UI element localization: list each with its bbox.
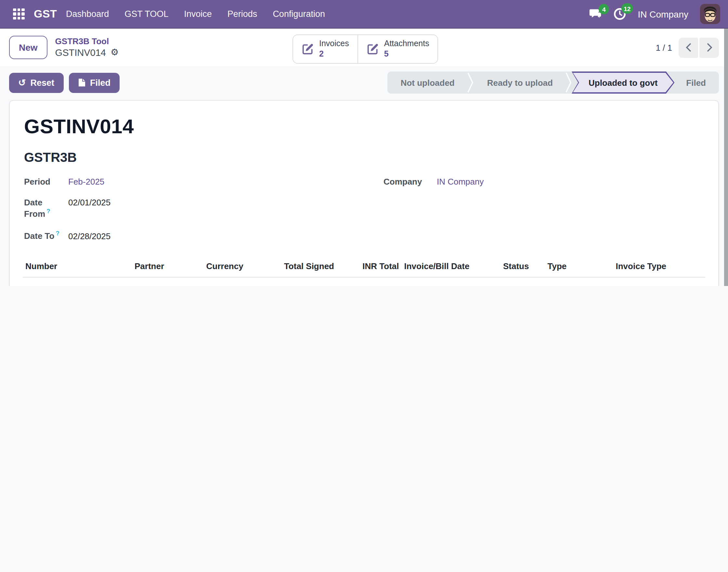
invoices-stat-count: 2 [319, 49, 349, 59]
scrollbar-thumb[interactable] [724, 28, 728, 286]
status-step-filed[interactable]: Filed [673, 72, 719, 93]
cell-inr-total: 0.00 [337, 277, 402, 286]
breadcrumb-current: GSTINV014 [55, 47, 106, 59]
menu-item-gst-tool[interactable]: GST TOOL [125, 9, 168, 19]
messages-badge: 4 [599, 4, 609, 14]
pager-count[interactable]: 1 / 1 [656, 43, 672, 52]
invoices-stat-label: Invoices [319, 39, 349, 49]
file-icon [78, 78, 85, 87]
attachments-stat-count: 5 [384, 49, 429, 59]
company-value[interactable]: IN Company [437, 177, 484, 187]
date-from-label: Date From? [24, 198, 68, 219]
field-group: Period Feb-2025 Date From? 02/01/2025 Da… [24, 177, 704, 252]
status-step-ready-to-upload[interactable]: Ready to upload [474, 72, 566, 93]
menu-item-configuration[interactable]: Configuration [273, 9, 325, 19]
edit-icon [302, 43, 314, 55]
col-invoice-bill-date[interactable]: Invoice/Bill Date [402, 256, 501, 277]
cell-status: Draft [501, 277, 545, 286]
breadcrumb: GSTR3B Tool GSTINV014 ⚙ [55, 37, 119, 59]
col-number[interactable]: Number [23, 256, 132, 277]
pager-next-button[interactable] [700, 38, 719, 58]
period-value[interactable]: Feb-2025 [68, 177, 104, 187]
activities-button[interactable]: 12 [613, 8, 626, 20]
top-navbar: GST Dashboard GST TOOL Invoice Periods C… [0, 0, 728, 28]
status-step-uploaded-to-govt[interactable]: Uploaded to govt [572, 72, 674, 93]
col-inr-total[interactable]: INR Total [337, 256, 402, 277]
record-title: GSTINV014 [24, 115, 704, 138]
company-switcher[interactable]: IN Company [638, 9, 688, 19]
pager-previous-button[interactable] [678, 38, 698, 58]
new-button[interactable]: New [9, 36, 48, 59]
cell-total-signed: ₹ 1,000.00 [259, 277, 337, 286]
cell-type: Journal Entry [545, 277, 613, 286]
form-sheet: GSTINV014 GSTR3B Period Feb-2025 Date Fr… [9, 100, 719, 286]
period-label: Period [24, 177, 68, 187]
date-to-label: Date To? [24, 230, 68, 241]
company-label: Company [383, 177, 437, 187]
reset-button[interactable]: ↺ Reset [9, 72, 63, 93]
messages-button[interactable]: 4 [589, 8, 602, 19]
record-subtitle: GSTR3B [24, 150, 704, 165]
statusbar: Not uploaded Ready to upload Uploaded to… [388, 72, 719, 93]
cell-invoice-type: Export [613, 277, 706, 286]
menu-item-invoice[interactable]: Invoice [184, 9, 212, 19]
invoice-lines-table: Number Partner Currency Total Signed INR… [23, 256, 705, 286]
activities-badge: 12 [621, 3, 633, 14]
table-row[interactable]: MISC/2025/03/0001 INR ₹ 1,000.00 0.00 Dr… [23, 277, 705, 286]
main-menu: Dashboard GST TOOL Invoice Periods Confi… [66, 9, 325, 19]
gst-app-window: GST Dashboard GST TOOL Invoice Periods C… [0, 0, 728, 286]
date-from-value[interactable]: 02/01/2025 [68, 198, 111, 207]
col-invoice-type[interactable]: Invoice Type [613, 256, 706, 277]
cell-currency: INR [204, 277, 259, 286]
step-separator [566, 72, 572, 93]
apps-menu-button[interactable] [8, 3, 30, 25]
reset-icon: ↺ [18, 78, 26, 87]
stat-buttons: Invoices 2 Attachments 5 [292, 34, 438, 64]
app-brand[interactable]: GST [34, 7, 57, 20]
cell-invoice-bill-date [402, 277, 501, 286]
menu-item-dashboard[interactable]: Dashboard [66, 9, 109, 19]
invoices-stat-button[interactable]: Invoices 2 [293, 35, 358, 63]
chevron-right-icon [706, 43, 712, 52]
col-partner[interactable]: Partner [132, 256, 204, 277]
help-icon: ? [47, 207, 50, 214]
edit-icon [367, 43, 379, 55]
cell-partner [132, 277, 204, 286]
pager: 1 / 1 [656, 38, 719, 58]
breadcrumb-parent-link[interactable]: GSTR3B Tool [55, 37, 119, 47]
status-button-row: ↺ Reset Filed Not uploaded Ready to uplo… [0, 66, 728, 100]
chevron-left-icon [685, 43, 691, 52]
user-avatar[interactable] [700, 4, 720, 24]
col-type[interactable]: Type [545, 256, 613, 277]
apps-grid-icon [13, 8, 24, 19]
status-step-not-uploaded[interactable]: Not uploaded [388, 72, 468, 93]
menu-item-periods[interactable]: Periods [227, 9, 258, 19]
filed-button[interactable]: Filed [69, 72, 120, 93]
table-header-row: Number Partner Currency Total Signed INR… [23, 256, 705, 277]
col-currency[interactable]: Currency [204, 256, 259, 277]
control-panel: New GSTR3B Tool GSTINV014 ⚙ Invoices 2 A… [0, 28, 728, 66]
date-to-value[interactable]: 02/28/2025 [68, 231, 111, 241]
attachments-stat-label: Attachments [384, 39, 429, 49]
gear-icon[interactable]: ⚙ [111, 47, 119, 59]
step-separator [468, 72, 474, 93]
col-status[interactable]: Status [501, 256, 545, 277]
cell-number: MISC/2025/03/0001 [23, 277, 132, 286]
col-total-signed[interactable]: Total Signed [259, 256, 337, 277]
page-scrollbar [724, 28, 728, 286]
help-icon: ? [56, 230, 60, 237]
attachments-stat-button[interactable]: Attachments 5 [358, 35, 438, 63]
